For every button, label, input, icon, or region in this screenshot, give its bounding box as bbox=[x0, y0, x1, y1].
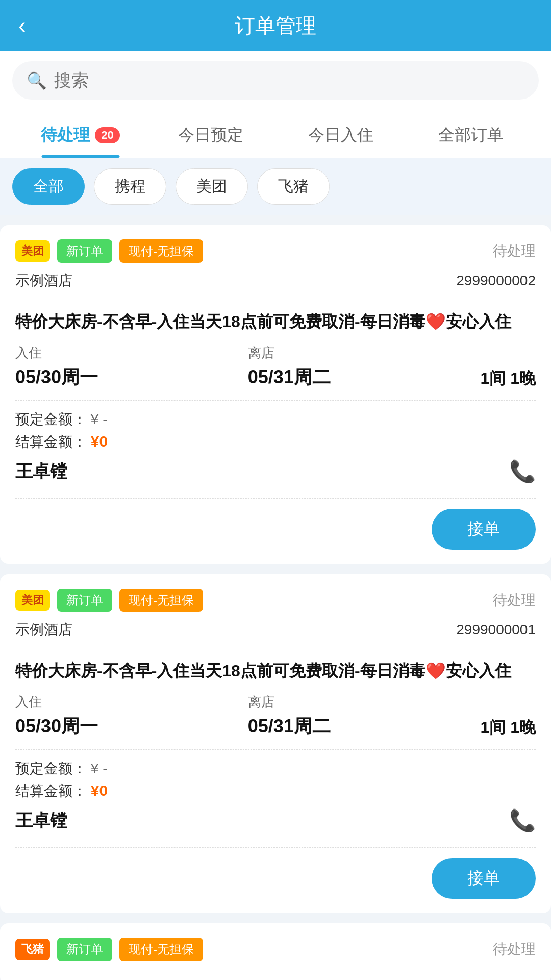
divider bbox=[15, 300, 536, 300]
order-card: 美团 新订单 现付-无担保 待处理 示例酒店 2999000002 特价大床房-… bbox=[0, 225, 551, 564]
call-icon[interactable]: 📞 bbox=[509, 808, 536, 833]
tab-today-checkin-label: 今日入住 bbox=[308, 124, 373, 146]
checkin-label: 入住 bbox=[15, 693, 98, 711]
checkout-group: 离店 05/31周二 bbox=[248, 693, 331, 739]
nights-info: 1间 1晚 bbox=[481, 717, 536, 739]
order-number: 2999000001 bbox=[456, 622, 536, 638]
tag-pay-type: 现付-无担保 bbox=[119, 589, 203, 612]
settle-amount-row: 结算金额： ¥0 bbox=[15, 432, 536, 452]
search-input-wrap: 🔍 bbox=[12, 61, 539, 100]
room-info: 特价大床房-不含早-入住当天18点前可免费取消-每日消毒❤️安心入住 bbox=[15, 309, 536, 334]
booking-amount-row: 预定金额： ¥ - bbox=[15, 410, 536, 429]
guest-row: 王卓镗 📞 bbox=[15, 459, 536, 484]
booking-amount-label: 预定金额： bbox=[15, 411, 87, 427]
checkin-group: 入住 05/30周一 bbox=[15, 693, 98, 739]
checkout-date: 05/31周二 bbox=[248, 365, 331, 390]
hotel-row: 示例酒店 2999000002 bbox=[15, 271, 536, 290]
booking-amount-value: ¥ - bbox=[91, 761, 108, 776]
header: ‹ 订单管理 bbox=[0, 0, 551, 51]
filter-meituan[interactable]: 美团 bbox=[176, 168, 248, 205]
hotel-row: 示例酒店 2999000001 bbox=[15, 620, 536, 640]
booking-amount-row: 预定金额： ¥ - bbox=[15, 759, 536, 778]
tab-pending[interactable]: 待处理 20 bbox=[15, 110, 145, 158]
filter-row: 全部 携程 美团 飞猪 bbox=[0, 158, 551, 215]
order-card-inner: 美团 新订单 现付-无担保 待处理 示例酒店 2999000001 特价大床房-… bbox=[0, 574, 551, 847]
order-status: 待处理 bbox=[493, 591, 536, 610]
settle-amount-row: 结算金额： ¥0 bbox=[15, 781, 536, 801]
tab-today-reservation[interactable]: 今日预定 bbox=[145, 110, 276, 158]
settle-amount-value: ¥0 bbox=[91, 433, 108, 450]
tabs-row: 待处理 20 今日预定 今日入住 全部订单 bbox=[0, 110, 551, 158]
order-status: 待处理 bbox=[493, 940, 536, 959]
order-status: 待处理 bbox=[493, 241, 536, 261]
settle-amount-label: 结算金额： bbox=[15, 783, 87, 799]
room-info: 特价大床房-不含早-入住当天18点前可免费取消-每日消毒❤️安心入住 bbox=[15, 658, 536, 683]
card-header-left: 美团 新订单 现付-无担保 bbox=[15, 239, 203, 263]
tab-pending-badge: 20 bbox=[95, 127, 119, 143]
card-header: 美团 新订单 现付-无担保 待处理 bbox=[15, 239, 536, 263]
divider bbox=[15, 649, 536, 649]
filter-all[interactable]: 全部 bbox=[12, 168, 85, 205]
search-bar: 🔍 bbox=[0, 51, 551, 110]
tab-today-checkin[interactable]: 今日入住 bbox=[276, 110, 406, 158]
card-header: 飞猪 新订单 现付-无担保 待处理 bbox=[15, 938, 536, 961]
guest-name: 王卓镗 bbox=[15, 460, 67, 483]
booking-amount-value: ¥ - bbox=[91, 411, 108, 427]
settle-amount-value: ¥0 bbox=[91, 782, 108, 799]
order-card-partial: 飞猪 新订单 现付-无担保 待处理 bbox=[0, 923, 551, 980]
filter-ctrip[interactable]: 携程 bbox=[94, 168, 166, 205]
settle-amount-label: 结算金额： bbox=[15, 434, 87, 450]
page-title: 订单管理 bbox=[235, 12, 316, 40]
platform-tag: 美团 bbox=[15, 240, 50, 262]
checkin-row: 入住 05/30周一 离店 05/31周二 1间 1晚 bbox=[15, 693, 536, 739]
checkout-label: 离店 bbox=[248, 344, 331, 362]
hotel-name: 示例酒店 bbox=[15, 620, 72, 640]
tab-today-reservation-label: 今日预定 bbox=[178, 124, 243, 146]
checkout-label: 离店 bbox=[248, 693, 331, 711]
guest-row: 王卓镗 📞 bbox=[15, 808, 536, 833]
checkout-date: 05/31周二 bbox=[248, 714, 331, 739]
tag-new-order: 新订单 bbox=[57, 589, 112, 612]
card-header-left: 美团 新订单 现付-无担保 bbox=[15, 589, 203, 612]
search-icon: 🔍 bbox=[27, 71, 47, 90]
checkin-label: 入住 bbox=[15, 344, 98, 362]
tab-all-orders-label: 全部订单 bbox=[438, 124, 504, 146]
order-card-inner-partial: 飞猪 新订单 现付-无担保 待处理 bbox=[0, 923, 551, 980]
guest-name: 王卓镗 bbox=[15, 809, 67, 832]
booking-amount-label: 预定金额： bbox=[15, 761, 87, 776]
tag-new-order: 新订单 bbox=[57, 938, 112, 961]
action-row: 接单 bbox=[0, 499, 551, 564]
tag-pay-type: 现付-无担保 bbox=[119, 239, 203, 263]
order-card-inner: 美团 新订单 现付-无担保 待处理 示例酒店 2999000002 特价大床房-… bbox=[0, 225, 551, 498]
nights-info: 1间 1晚 bbox=[481, 368, 536, 390]
search-input[interactable] bbox=[54, 70, 524, 90]
platform-tag: 飞猪 bbox=[15, 939, 50, 960]
back-button[interactable]: ‹ bbox=[18, 14, 26, 37]
checkin-date: 05/30周一 bbox=[15, 714, 98, 739]
checkout-group: 离店 05/31周二 bbox=[248, 344, 331, 390]
tag-new-order: 新订单 bbox=[57, 239, 112, 263]
tag-pay-type: 现付-无担保 bbox=[119, 938, 203, 961]
tab-all-orders[interactable]: 全部订单 bbox=[406, 110, 536, 158]
tab-pending-label: 待处理 bbox=[41, 124, 90, 146]
accept-order-button[interactable]: 接单 bbox=[432, 509, 536, 550]
filter-feizhu[interactable]: 飞猪 bbox=[257, 168, 330, 205]
divider bbox=[15, 400, 536, 401]
action-row: 接单 bbox=[0, 848, 551, 913]
card-header: 美团 新订单 现付-无担保 待处理 bbox=[15, 589, 536, 612]
checkin-row: 入住 05/30周一 离店 05/31周二 1间 1晚 bbox=[15, 344, 536, 390]
accept-order-button[interactable]: 接单 bbox=[432, 858, 536, 899]
order-number: 2999000002 bbox=[456, 273, 536, 289]
divider bbox=[15, 749, 536, 750]
call-icon[interactable]: 📞 bbox=[509, 459, 536, 484]
card-header-left: 飞猪 新订单 现付-无担保 bbox=[15, 938, 203, 961]
orders-list: 美团 新订单 现付-无担保 待处理 示例酒店 2999000002 特价大床房-… bbox=[0, 215, 551, 980]
order-card: 美团 新订单 现付-无担保 待处理 示例酒店 2999000001 特价大床房-… bbox=[0, 574, 551, 913]
checkin-date: 05/30周一 bbox=[15, 365, 98, 390]
platform-tag: 美团 bbox=[15, 590, 50, 611]
hotel-name: 示例酒店 bbox=[15, 271, 72, 290]
checkin-group: 入住 05/30周一 bbox=[15, 344, 98, 390]
